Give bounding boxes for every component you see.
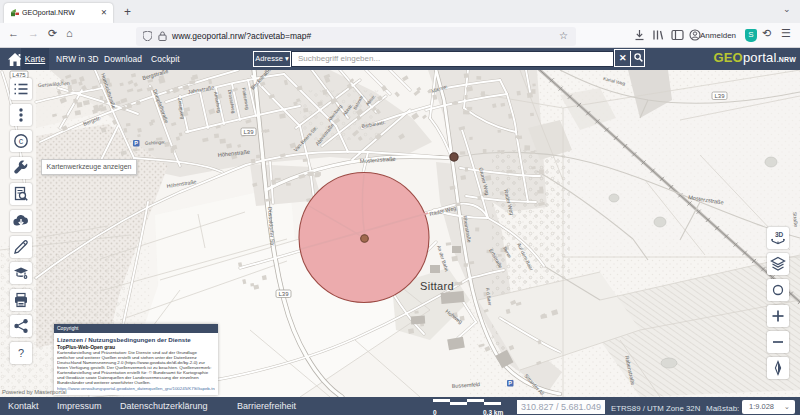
svg-text:P: P: [508, 380, 512, 386]
svg-text:L475: L475: [12, 72, 26, 78]
svg-text:L39: L39: [243, 129, 254, 135]
svg-text:Sittard: Sittard: [420, 280, 454, 292]
svg-text:?: ?: [18, 347, 24, 359]
svg-text:L39: L39: [278, 291, 289, 297]
svg-text:P: P: [134, 140, 138, 146]
svg-text:3D: 3D: [775, 231, 784, 238]
svg-text:c: c: [19, 136, 24, 146]
svg-text:L39: L39: [714, 93, 725, 99]
